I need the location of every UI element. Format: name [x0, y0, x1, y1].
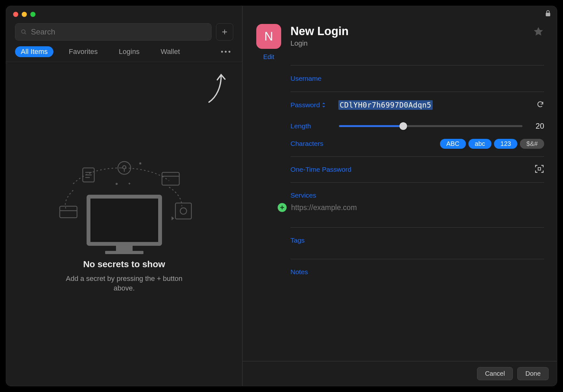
length-slider[interactable]	[339, 125, 522, 127]
svg-rect-15	[175, 203, 191, 219]
svg-rect-23	[546, 13, 550, 16]
svg-point-16	[180, 208, 187, 214]
notes-label: Notes	[290, 261, 544, 276]
password-value[interactable]: CDlYH0r7h6997D0Adqn5	[338, 100, 433, 110]
detail-footer: Cancel Done	[243, 361, 557, 386]
qr-icon	[535, 164, 544, 174]
tab-logins[interactable]: Logins	[113, 46, 145, 57]
svg-rect-22	[105, 251, 143, 254]
tab-all-items[interactable]: All Items	[15, 46, 53, 57]
character-toggle-group: ABC abc 123 $&#	[440, 139, 544, 149]
star-icon	[533, 26, 544, 37]
search-field-wrapper[interactable]	[15, 23, 212, 41]
otp-label: One-Time Password	[290, 166, 535, 173]
svg-point-18	[116, 183, 117, 185]
chevron-up-down-icon	[322, 102, 326, 108]
toolbar	[6, 19, 242, 44]
hint-arrow-icon	[205, 72, 228, 103]
add-item-button[interactable]	[216, 23, 233, 41]
tab-favorites[interactable]: Favorites	[63, 46, 103, 57]
item-type-label: Login	[290, 39, 524, 48]
item-title[interactable]: New Login	[290, 25, 524, 38]
tags-section[interactable]: Tags	[290, 230, 544, 257]
close-window-button[interactable]	[13, 12, 18, 17]
item-avatar[interactable]: N	[256, 24, 281, 49]
length-value: 20	[529, 122, 544, 131]
items-pane: All Items Favorites Logins Wallet •••	[6, 6, 243, 386]
length-row: Length 20	[290, 118, 544, 134]
characters-label: Characters	[290, 140, 332, 147]
username-label: Username	[290, 75, 338, 82]
tabs-more-button[interactable]: •••	[221, 48, 232, 56]
regenerate-password-button[interactable]	[536, 101, 544, 109]
svg-rect-21	[116, 244, 133, 251]
svg-point-0	[21, 30, 25, 33]
window-controls	[6, 6, 242, 19]
svg-rect-13	[60, 206, 77, 218]
char-toggle-upper[interactable]: ABC	[440, 139, 466, 149]
refresh-icon	[536, 101, 544, 108]
empty-illustration	[41, 136, 207, 251]
services-section: Services https://example.com	[290, 185, 544, 225]
plus-icon	[280, 205, 285, 210]
empty-title: No secrets to show	[83, 259, 165, 269]
service-url-input[interactable]: https://example.com	[291, 203, 357, 212]
lock-icon[interactable]	[545, 10, 551, 18]
svg-rect-19	[89, 197, 160, 244]
plus-icon	[221, 28, 228, 35]
char-toggle-digits[interactable]: 123	[494, 139, 517, 149]
svg-line-1	[25, 33, 26, 34]
char-toggle-symbols[interactable]: $&#	[520, 139, 544, 149]
svg-point-9	[123, 166, 126, 169]
detail-pane: N Edit New Login Login Username Password	[243, 6, 557, 386]
empty-state: No secrets to show Add a secret by press…	[6, 62, 242, 386]
favorite-button[interactable]	[533, 26, 544, 61]
svg-rect-11	[162, 172, 179, 185]
svg-point-17	[140, 163, 141, 164]
services-label: Services	[290, 185, 544, 199]
minimize-window-button[interactable]	[22, 12, 27, 17]
otp-row[interactable]: One-Time Password	[290, 159, 544, 180]
password-label[interactable]: Password	[290, 101, 338, 109]
notes-section[interactable]: Notes	[290, 261, 544, 290]
search-input[interactable]	[30, 27, 206, 37]
search-icon	[20, 28, 27, 35]
username-row[interactable]: Username	[290, 67, 544, 90]
scan-qr-button[interactable]	[535, 164, 544, 175]
app-window: All Items Favorites Logins Wallet •••	[6, 6, 557, 386]
item-header: N Edit New Login Login	[243, 6, 557, 63]
done-button[interactable]: Done	[517, 367, 549, 380]
category-tabs: All Items Favorites Logins Wallet •••	[6, 44, 242, 62]
password-row: Password CDlYH0r7h6997D0Adqn5	[290, 94, 544, 116]
length-label: Length	[290, 122, 332, 130]
maximize-window-button[interactable]	[30, 12, 35, 17]
svg-rect-24	[538, 168, 541, 170]
tab-wallet[interactable]: Wallet	[155, 46, 186, 57]
empty-subtitle: Add a secret by pressing the + button ab…	[57, 274, 191, 293]
char-toggle-lower[interactable]: abc	[468, 139, 491, 149]
characters-row: Characters ABC abc 123 $&#	[290, 134, 544, 153]
tags-label: Tags	[290, 230, 544, 244]
edit-avatar-link[interactable]: Edit	[263, 53, 274, 61]
add-service-button[interactable]	[278, 203, 287, 212]
cancel-button[interactable]: Cancel	[477, 367, 513, 380]
